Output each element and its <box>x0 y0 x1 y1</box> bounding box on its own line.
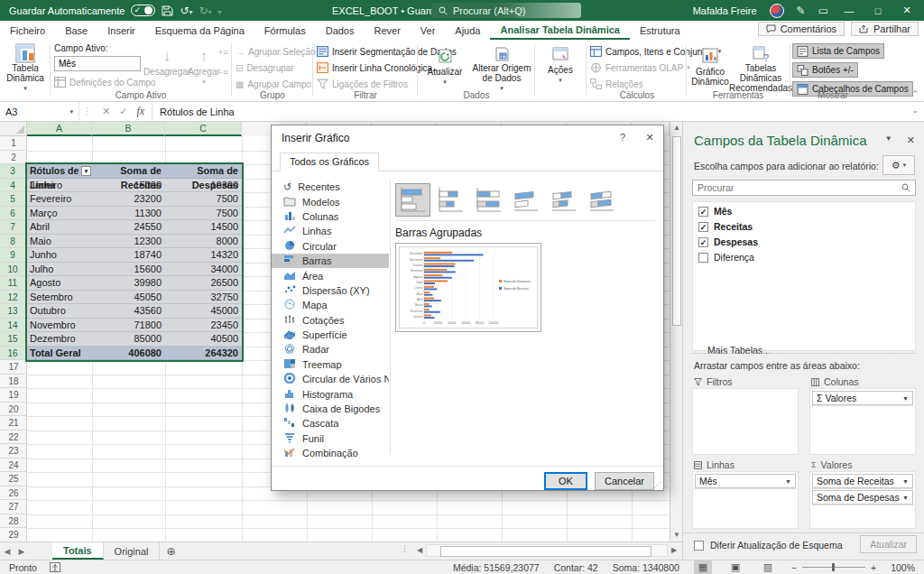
vertical-scroll-thumb[interactable] <box>672 136 681 326</box>
redo-icon[interactable]: ↻▾ <box>199 5 211 17</box>
cell[interactable]: Março <box>27 207 92 220</box>
pivot-chart-button[interactable]: Gráfico Dinâmico <box>688 42 732 93</box>
refresh-button[interactable]: Atualizar▾ <box>421 42 468 93</box>
row-header-5[interactable]: 5 <box>0 192 27 207</box>
scrollbar-splitter[interactable]: ⋮ <box>401 544 409 553</box>
maximize-button[interactable]: □ <box>870 5 886 16</box>
row-header-15[interactable]: 15 <box>0 332 27 347</box>
column-header-c[interactable]: C <box>165 122 242 136</box>
autosave-toggle[interactable]: ✓ <box>131 5 155 16</box>
group-field-button[interactable]: ▦ Agrupar Campo <box>236 77 311 91</box>
cell[interactable]: Total Geral <box>27 347 92 360</box>
row-header-27[interactable]: 27 <box>0 500 27 514</box>
cell[interactable]: 24550 <box>92 220 165 234</box>
row-header-24[interactable]: 24 <box>0 458 27 473</box>
cell[interactable]: Julho <box>27 263 92 276</box>
pivot-data-row[interactable]: Novembro7180023450 <box>27 319 242 333</box>
cell[interactable]: 10300 <box>165 179 242 192</box>
cancel-button[interactable]: Cancelar <box>595 472 654 490</box>
cell[interactable]: Junho <box>27 248 92 262</box>
filter-connections-button[interactable]: Ligações de Filtros <box>317 77 408 91</box>
ribbon-tab-analisar-tabela-dinamica[interactable]: Analisar Tabela Dinâmica <box>490 22 629 40</box>
chart-type-funil[interactable]: Funil <box>272 431 389 446</box>
horizontal-scroll-thumb[interactable] <box>440 546 651 557</box>
checkbox-icon[interactable]: ✓ <box>698 207 708 217</box>
cell[interactable]: Abril <box>27 220 92 234</box>
field-list-toggle[interactable]: Lista de Campos <box>792 43 884 59</box>
cell[interactable]: Rótulos de Linha▾ <box>27 164 92 178</box>
cell[interactable]: 43560 <box>92 304 165 318</box>
pivot-data-row[interactable]: Dezembro8500040500 <box>27 332 242 347</box>
pivot-data-row[interactable]: Fevereiro232007500 <box>27 192 242 207</box>
row-header-6[interactable]: 6 <box>0 207 27 221</box>
subtype-barras-agrupadas[interactable] <box>395 183 430 217</box>
enter-icon[interactable]: ✓ <box>119 106 127 117</box>
vertical-scrollbar[interactable]: ▲ ▼ <box>670 122 682 542</box>
chart-type-area[interactable]: Área <box>272 268 389 282</box>
olap-tools-button[interactable]: Ferramentas OLAP▾ <box>590 60 690 75</box>
avatar[interactable] <box>770 4 784 18</box>
accessibility-icon[interactable] <box>50 562 60 572</box>
pivot-data-row[interactable]: Julho1560034000 <box>27 263 242 277</box>
row-header-2[interactable]: 2 <box>0 151 27 165</box>
page-break-view-button[interactable]: ▥ <box>759 560 777 574</box>
row-header-29[interactable]: 29 <box>0 528 27 542</box>
row-header-19[interactable]: 19 <box>0 388 27 403</box>
pivot-data-row[interactable]: Janeiro1500010300 <box>27 179 242 193</box>
checkbox-icon[interactable]: ✓ <box>698 237 708 247</box>
page-layout-view-button[interactable]: ▣ <box>726 560 744 574</box>
comments-button[interactable]: Comentários <box>758 22 845 36</box>
collapse-ribbon-icon[interactable]: ⌃ <box>911 89 919 98</box>
subtype-barras-3d-agrupadas[interactable] <box>509 183 544 217</box>
row-header-12[interactable]: 12 <box>0 291 27 305</box>
sheet-tab-totais[interactable]: Totais <box>52 542 104 560</box>
cell[interactable]: 14320 <box>165 248 242 262</box>
name-box[interactable]: A3▾ <box>0 102 79 122</box>
change-data-source-button[interactable]: Alterar Origem de Dados▾ <box>472 42 531 93</box>
ribbon-tab-ver[interactable]: Ver <box>411 23 446 39</box>
row-header-10[interactable]: 10 <box>0 263 27 277</box>
cell[interactable]: Outubro <box>27 304 92 318</box>
ok-button[interactable]: OK <box>544 472 587 490</box>
row-header-7[interactable]: 7 <box>0 220 27 235</box>
subtype-barras-empilhadas[interactable] <box>433 183 468 217</box>
pivot-data-row[interactable]: Agosto3998026500 <box>27 276 242 291</box>
chart-type-radar[interactable]: Radar <box>272 342 389 356</box>
sheet-next-icon[interactable]: ▶ <box>14 542 29 560</box>
actions-button[interactable]: Ações▾ <box>537 41 584 91</box>
close-button[interactable]: ✕ <box>899 5 915 16</box>
cell[interactable]: 45000 <box>165 304 242 318</box>
chart-type-dispersao-xy[interactable]: Dispersão (XY) <box>272 283 389 298</box>
scroll-left-icon[interactable]: ◀ <box>413 544 426 557</box>
ribbon-tab-ficheiro[interactable]: Ficheiro <box>0 23 55 39</box>
minimize-button[interactable]: — <box>841 5 857 16</box>
scroll-down-icon[interactable]: ▼ <box>670 529 683 542</box>
zoom-out-icon[interactable]: − <box>791 562 797 573</box>
chart-type-treemap[interactable]: Treemap <box>272 357 389 372</box>
cell[interactable]: 15600 <box>92 263 165 276</box>
row-header-22[interactable]: 22 <box>0 430 27 445</box>
save-icon[interactable] <box>162 5 173 17</box>
field-chip-soma-de-receitas[interactable]: Soma de Receitas▼ <box>812 474 913 488</box>
plus-minus-buttons-toggle[interactable]: + Botões +/- <box>792 62 858 78</box>
cell[interactable]: 18740 <box>92 248 165 262</box>
cell[interactable]: 14500 <box>165 220 242 234</box>
drill-down-button[interactable]: ↓ Desagregar <box>146 42 188 93</box>
cell[interactable]: 71800 <box>92 319 165 332</box>
chart-type-caixa-de-bigodes[interactable]: Caixa de Bigodes <box>272 402 389 416</box>
rows-area[interactable]: Mês▼ <box>692 471 799 529</box>
values-area[interactable]: Soma de Receitas▼Soma de Despesas▼ <box>809 471 916 529</box>
dialog-close-button[interactable]: ✕ <box>636 125 663 150</box>
pane-close-icon[interactable]: ✕ <box>907 134 915 146</box>
chart-type-linhas[interactable]: Linhas <box>272 224 389 238</box>
row-header-26[interactable]: 26 <box>0 486 27 501</box>
pane-tools-button[interactable]: ⚙▾ <box>882 155 915 175</box>
cell[interactable]: 26500 <box>165 276 242 290</box>
cell[interactable]: Janeiro <box>27 179 92 192</box>
chart-type-histograma[interactable]: Histograma <box>272 386 389 401</box>
pen-icon[interactable]: ✎ <box>797 5 806 17</box>
cell[interactable]: 32750 <box>165 291 242 304</box>
active-field-input[interactable] <box>54 56 141 71</box>
ribbon-tab-ajuda[interactable]: Ajuda <box>445 23 490 39</box>
ribbon-tab-inserir[interactable]: Inserir <box>97 23 145 39</box>
